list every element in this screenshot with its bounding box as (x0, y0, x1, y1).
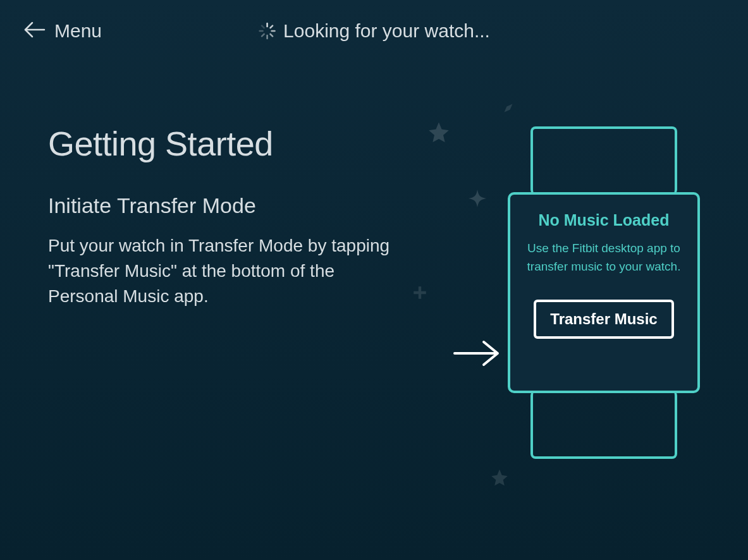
header: Menu Looking for your watch... (0, 0, 748, 42)
svg-line-2 (270, 26, 273, 28)
plus-icon (412, 284, 428, 301)
menu-button[interactable]: Menu (23, 20, 102, 42)
menu-label: Menu (54, 20, 102, 42)
watch-outline: No Music Loaded Use the Fitbit desktop a… (508, 126, 700, 459)
watch-screen-desc: Use the Fitbit desktop app to transfer m… (522, 240, 686, 276)
instructions-column: Getting Started Initiate Transfer Mode P… (48, 124, 402, 308)
star-icon (489, 468, 510, 489)
status-text: Looking for your watch... (283, 20, 490, 42)
watch-screen-title: No Music Loaded (539, 211, 670, 229)
watch-illustration: No Music Loaded Use the Fitbit desktop a… (375, 76, 716, 506)
svg-line-6 (262, 34, 264, 37)
sparkle-icon (456, 183, 486, 214)
watch-band-bottom (530, 391, 677, 459)
star-icon (426, 120, 452, 147)
status-bar: Looking for your watch... (258, 20, 490, 42)
spinner-icon (258, 22, 276, 40)
page-title: Getting Started (48, 124, 402, 163)
arrow-left-icon (23, 21, 46, 41)
svg-line-8 (262, 26, 264, 28)
transfer-music-button: Transfer Music (534, 300, 673, 339)
svg-line-4 (270, 34, 273, 37)
watch-face: No Music Loaded Use the Fitbit desktop a… (508, 192, 700, 393)
diamond-icon (501, 101, 515, 115)
watch-band-top (530, 126, 677, 195)
instruction-text: Put your watch in Transfer Mode by tappi… (48, 233, 402, 308)
section-subtitle: Initiate Transfer Mode (48, 193, 402, 218)
arrow-right-icon (452, 338, 501, 371)
